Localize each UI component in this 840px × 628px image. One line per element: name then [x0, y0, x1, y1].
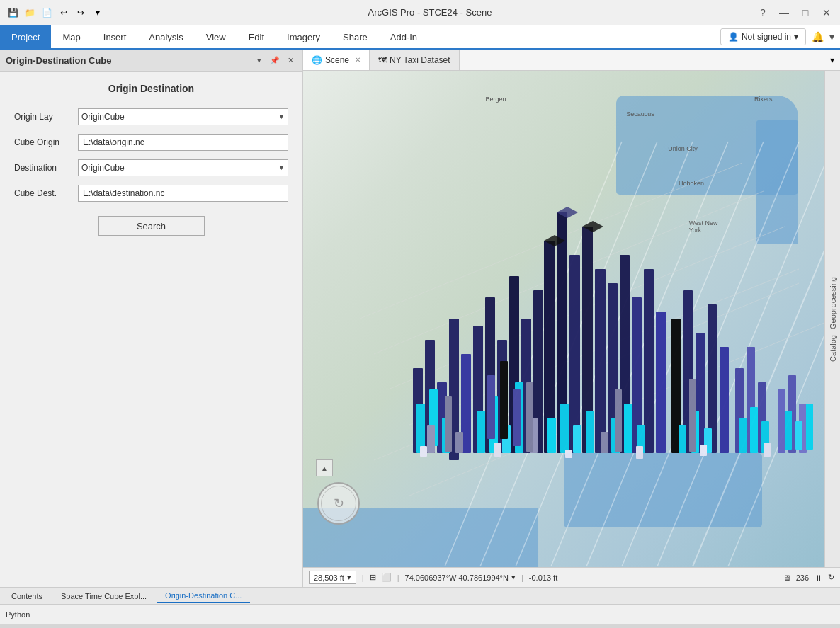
tab-analysis[interactable]: Analysis: [137, 25, 194, 48]
map-tab-taxidataset[interactable]: 🗺 NY Taxi Dataset: [370, 50, 460, 70]
scale-value: 28,503 ft: [314, 573, 344, 582]
svg-rect-82: [806, 404, 813, 450]
tab-share[interactable]: Share: [331, 25, 379, 48]
tab-edit[interactable]: Edit: [237, 25, 276, 48]
compass-control[interactable]: ↻: [317, 482, 360, 525]
sign-in-label: Not signed in: [742, 32, 791, 42]
svg-rect-88: [615, 389, 622, 452]
status-icon-1[interactable]: 🖥: [783, 573, 790, 582]
svg-rect-87: [526, 382, 533, 452]
help-button[interactable]: ?: [755, 5, 771, 21]
redo-icon[interactable]: ↪: [74, 6, 88, 20]
user-icon: 👤: [728, 32, 739, 42]
close-button[interactable]: ✕: [819, 5, 834, 21]
destination-select-wrapper: OriginCube: [78, 159, 288, 176]
cube-origin-row: Cube Origin: [14, 134, 288, 151]
save-icon[interactable]: 💾: [6, 6, 20, 20]
title-bar-title: ArcGIS Pro - STCE24 - Scene: [368, 7, 492, 18]
progress-display: 236: [796, 573, 809, 582]
svg-rect-71: [778, 389, 785, 453]
new-icon[interactable]: 📄: [40, 6, 54, 20]
svg-rect-40: [595, 269, 606, 453]
tab-contents[interactable]: Contents: [3, 589, 51, 603]
pause-button[interactable]: ⏸: [815, 573, 822, 582]
nav-up-button[interactable]: ▲: [316, 459, 333, 476]
svg-rect-44: [586, 411, 594, 453]
svg-rect-61: [720, 347, 729, 453]
panel-header: Origin-Destination Cube ▾ 📌 ✕: [0, 50, 302, 72]
sign-in-button[interactable]: 👤 Not signed in ▾: [720, 28, 806, 45]
chevron-down-icon: ▾: [794, 32, 798, 42]
destination-select[interactable]: OriginCube: [78, 159, 288, 176]
layer-icon: 🗺: [378, 55, 387, 65]
notification-icon[interactable]: 🔔: [812, 31, 824, 42]
compass-inner: ↻: [321, 486, 356, 521]
map-background: Secaucus Union City Hoboken West NewYork…: [303, 71, 824, 567]
svg-rect-29: [477, 411, 485, 453]
status-divider-2: |: [397, 573, 399, 582]
map-tab-scene[interactable]: 🌐 Scene ✕: [303, 50, 370, 70]
tab-addin[interactable]: Add-In: [379, 25, 428, 48]
progress-value: 236: [796, 573, 809, 582]
tab-imagery[interactable]: Imagery: [276, 25, 331, 48]
nav-controls: ↻: [317, 482, 360, 525]
panel-title: Origin-Destination Cube: [6, 55, 112, 66]
svg-rect-51: [624, 404, 632, 453]
map-tab-scene-close[interactable]: ✕: [355, 56, 361, 64]
svg-rect-81: [795, 421, 802, 450]
panel-pin-icon[interactable]: 📌: [268, 54, 281, 67]
tab-map[interactable]: Map: [51, 25, 91, 48]
svg-rect-77: [636, 446, 643, 459]
catalog-label[interactable]: Catalog: [829, 332, 837, 365]
tab-view[interactable]: View: [195, 25, 237, 48]
customize-icon[interactable]: ▾: [91, 6, 105, 20]
map-tab-dropdown[interactable]: ▾: [824, 50, 840, 70]
search-button[interactable]: Search: [98, 216, 205, 236]
tab-insert[interactable]: Insert: [92, 25, 138, 48]
minimize-button[interactable]: —: [776, 5, 792, 21]
svg-rect-49: [656, 312, 666, 453]
origin-layer-row: Origin Lay OriginCube: [14, 108, 288, 125]
svg-rect-65: [679, 425, 686, 453]
panel-close-icon[interactable]: ✕: [284, 54, 297, 67]
geoprocessing-label[interactable]: Geoprocessing: [829, 274, 837, 332]
export-map-icon[interactable]: ⬜: [382, 573, 392, 582]
cube-dest-label: Cube Dest.: [14, 188, 78, 198]
svg-rect-33: [487, 375, 495, 439]
geo-sidebar: Geoprocessing Catalog: [824, 71, 840, 567]
map-canvas[interactable]: Secaucus Union City Hoboken West NewYork…: [303, 71, 840, 567]
svg-rect-43: [573, 425, 581, 453]
origin-layer-select-wrapper: OriginCube: [78, 108, 288, 125]
tab-space-time-cube[interactable]: Space Time Cube Expl...: [52, 589, 155, 603]
undo-icon[interactable]: ↩: [57, 6, 71, 20]
refresh-button[interactable]: ↻: [828, 573, 834, 582]
scale-selector[interactable]: 28,503 ft ▾: [309, 571, 356, 584]
status-bar: 28,503 ft ▾ | ⊞ ⬜ | 74.0606937°W 40.7861…: [303, 567, 840, 587]
svg-rect-68: [739, 418, 747, 453]
left-panel: Origin-Destination Cube ▾ 📌 ✕ Origin Des…: [0, 50, 303, 587]
svg-rect-89: [689, 379, 696, 452]
tab-project[interactable]: Project: [0, 25, 51, 48]
svg-rect-75: [494, 443, 501, 457]
coordinates-display: 74.0606937°W 40.7861994°N ▾: [405, 573, 516, 582]
svg-rect-54: [455, 432, 463, 453]
status-divider-3: |: [521, 573, 523, 582]
svg-rect-20: [416, 404, 425, 453]
svg-rect-69: [750, 407, 758, 453]
svg-rect-78: [700, 445, 707, 456]
svg-rect-80: [785, 411, 792, 450]
coords-dropdown-icon[interactable]: ▾: [511, 573, 516, 582]
panel-arrow-icon[interactable]: ▾: [253, 54, 266, 67]
cube-dest-input[interactable]: [78, 185, 288, 202]
grid-snap-icon[interactable]: ⊞: [370, 573, 376, 582]
svg-rect-35: [513, 389, 521, 446]
tab-origin-destination[interactable]: Origin-Destination C...: [157, 589, 250, 603]
destination-label: Destination: [14, 163, 78, 173]
maximize-button[interactable]: □: [798, 5, 813, 21]
cube-origin-label: Cube Origin: [14, 137, 78, 147]
form-area: Origin Destination Origin Lay OriginCube…: [0, 72, 302, 247]
folder-icon[interactable]: 📁: [23, 6, 37, 20]
cube-origin-input[interactable]: [78, 134, 288, 151]
ribbon-collapse-icon[interactable]: ▾: [829, 31, 834, 42]
origin-layer-select[interactable]: OriginCube: [78, 108, 288, 125]
